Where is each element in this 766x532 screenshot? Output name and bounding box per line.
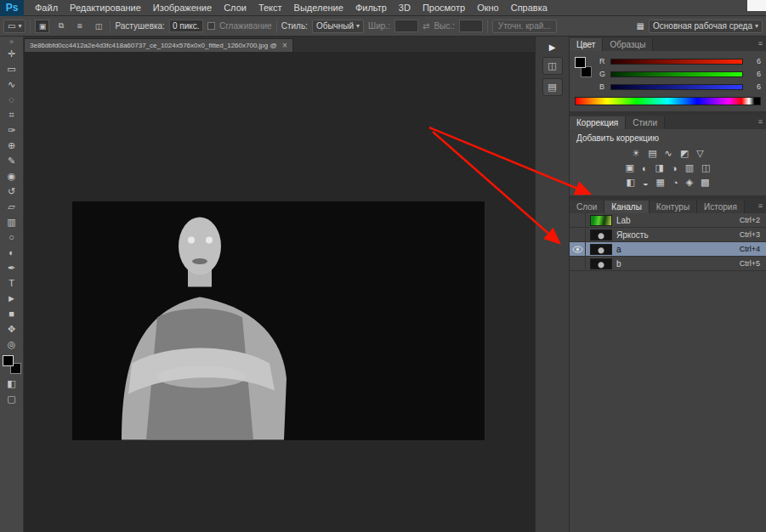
gradient-tool[interactable]: ▥ [2,214,22,229]
color-ramp[interactable] [575,97,761,105]
visibility-toggle[interactable] [570,242,586,256]
height-input[interactable] [459,20,483,32]
document-tab[interactable]: 3e86dbfd0cc4412a2e4d3fc418a60737_ce_1024… [24,38,293,52]
visibility-toggle[interactable] [570,213,586,227]
green-slider[interactable] [610,71,743,77]
green-value: 6 [747,70,761,78]
eyedropper-tool[interactable]: ✑ [2,122,22,138]
hue-saturation-icon[interactable]: ▣ [626,162,634,173]
menu-select[interactable]: Выделение [288,3,349,13]
type-tool[interactable]: T [2,275,22,291]
channel-thumbnail[interactable] [590,244,612,255]
new-selection-button[interactable]: ▣ [35,20,49,33]
tab-history[interactable]: История [697,201,745,213]
menu-edit[interactable]: Редактирование [64,3,147,13]
refine-edge-button[interactable]: Уточн. край... [492,20,557,33]
gradient-map-icon[interactable]: ◈ [686,177,693,188]
visibility-toggle[interactable] [570,257,586,270]
swap-dimensions-icon[interactable]: ⇄ [423,21,429,31]
shape-tool[interactable]: ■ [2,306,22,321]
antialias-checkbox[interactable] [207,22,215,30]
zoom-tool[interactable]: ◎ [2,337,22,352]
threshold-icon[interactable]: ▦ [656,177,665,188]
invert-icon[interactable]: ◧ [627,177,635,188]
history-brush-tool[interactable]: ↺ [2,184,22,199]
curves-icon[interactable]: ∿ [665,148,672,159]
panel-menu-icon[interactable]: ≡ [758,39,763,48]
channel-thumbnail[interactable] [590,215,612,226]
tools-flyout-chevron-icon[interactable]: » [9,37,14,46]
photo-filter-icon[interactable]: ◑ [672,163,678,173]
visibility-toggle[interactable] [570,228,586,241]
healing-brush-tool[interactable]: ⊕ [2,138,22,153]
tab-styles[interactable]: Стили [626,116,665,129]
panel-menu-icon[interactable]: ≡ [758,201,763,210]
style-select[interactable]: Обычный ▾ [312,20,364,33]
tab-channels[interactable]: Каналы [604,201,650,213]
dodge-tool[interactable]: ◐ [2,245,22,260]
tab-color[interactable]: Цвет [570,38,603,51]
black-white-icon[interactable]: ◨ [655,162,664,173]
menu-image[interactable]: Изображение [147,3,218,13]
width-input[interactable] [394,20,418,32]
channel-row-lab[interactable]: Lab Ctrl+2 [570,213,766,228]
channel-thumbnail[interactable] [590,258,612,269]
brush-tool[interactable]: ✎ [2,153,22,168]
intersect-selection-button[interactable]: ◫ [91,20,105,33]
blur-tool[interactable]: ○ [2,229,22,245]
collapse-dock-icon[interactable]: ▶ [549,40,556,54]
posterize-icon[interactable]: ◒ [643,178,649,188]
menu-layers[interactable]: Слои [218,3,252,13]
rect-marquee-tool[interactable]: ▭ [2,61,22,76]
foreground-color-swatch[interactable] [3,355,14,366]
channel-row-a[interactable]: a Ctrl+4 [570,242,766,257]
photo-filter-icon[interactable]: ▩ [701,177,709,188]
move-tool[interactable]: ✛ [2,46,22,61]
tab-paths[interactable]: Контуры [650,201,697,213]
clone-stamp-tool[interactable]: ◉ [2,168,22,184]
screen-mode-button[interactable]: ▢ [2,391,22,406]
collapsed-panel-icon-2[interactable]: ▤ [542,78,563,96]
menu-view[interactable]: Просмотр [417,3,471,13]
panel-menu-icon[interactable]: ≡ [758,117,763,126]
menu-file[interactable]: Файл [29,3,64,13]
menu-type[interactable]: Текст [252,3,288,13]
quick-selection-tool[interactable]: ◌ [2,92,22,107]
hand-tool[interactable]: ✥ [2,321,22,337]
brightness-contrast-icon[interactable]: ☀ [632,148,640,159]
red-slider[interactable] [610,59,743,65]
eraser-tool[interactable]: ▱ [2,199,22,214]
tab-swatches[interactable]: Образцы [603,38,653,51]
quick-mask-button[interactable]: ◧ [2,376,22,391]
foreground-color-swatch[interactable] [575,57,586,68]
channel-row-lightness[interactable]: Яркость Ctrl+3 [570,228,766,242]
menu-filter[interactable]: Фильтр [349,3,393,13]
tool-preset-picker[interactable]: ▭ ▾ [3,20,26,33]
canvas[interactable] [24,52,535,532]
channel-row-b[interactable]: b Ctrl+5 [570,257,766,271]
color-balance-icon[interactable]: ◐ [642,163,648,173]
pen-tool[interactable]: ✒ [2,260,22,275]
exposure-icon[interactable]: ◩ [680,148,689,159]
menu-window[interactable]: Окно [471,3,505,13]
channel-mixer-icon[interactable]: ▥ [685,162,694,173]
tab-layers[interactable]: Слои [570,201,604,213]
collapsed-panel-icon-1[interactable]: ◫ [542,57,563,75]
selective-color-icon[interactable]: ◔ [672,178,678,188]
feather-input[interactable]: 0 пикс. [169,20,203,32]
tab-adjustments[interactable]: Коррекция [570,116,626,129]
crop-tool[interactable]: ⌗ [2,107,22,122]
lasso-tool[interactable]: ∿ [2,76,22,92]
menu-help[interactable]: Справка [505,3,553,13]
menu-3d[interactable]: 3D [393,3,417,13]
vibrance-icon[interactable]: ▽ [696,148,703,159]
color-lookup-icon[interactable]: ◫ [701,162,710,173]
levels-icon[interactable]: ▤ [648,148,656,159]
path-selection-tool[interactable]: ► [2,291,22,306]
workspace-select[interactable]: Основная рабочая среда ▾ [649,20,763,33]
close-icon[interactable]: × [282,42,287,50]
channel-thumbnail[interactable] [590,229,612,241]
add-selection-button[interactable]: ⧉ [54,20,68,33]
blue-slider[interactable] [610,84,743,90]
subtract-selection-button[interactable]: ⧈ [72,20,87,33]
